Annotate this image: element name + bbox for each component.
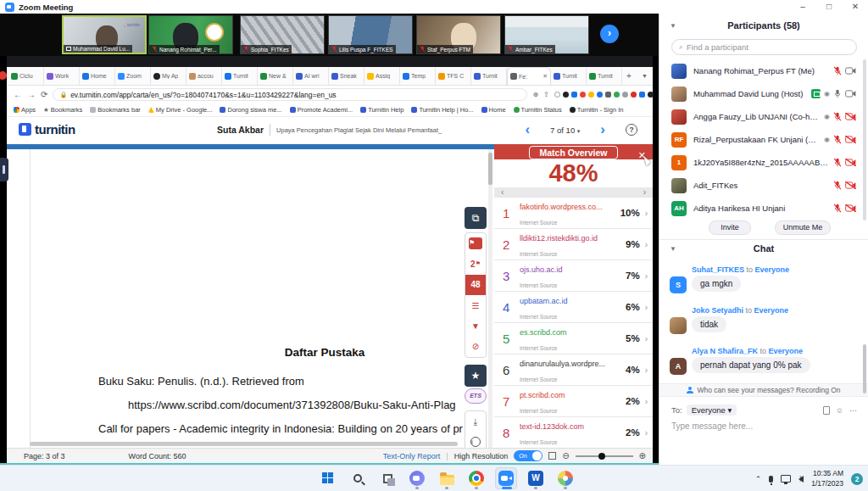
video-tile[interactable]: Nanang Rohimat_Per... xyxy=(148,15,233,54)
browser-tab[interactable]: Assig xyxy=(364,67,400,85)
bookmark-item[interactable]: Turnitin Help | Ho... xyxy=(411,106,473,114)
browser-tab[interactable]: Turnit xyxy=(471,67,507,85)
source-row[interactable]: 2lldikti12.ristekdikti.go.idInternet Sou… xyxy=(494,228,653,259)
browser-tab[interactable]: Turnit xyxy=(222,67,258,85)
expand-source-icon[interactable]: › xyxy=(645,397,648,406)
tray-expand-icon[interactable]: ⌃ xyxy=(755,475,762,483)
emoji-icon[interactable]: ☺ xyxy=(836,406,843,415)
high-resolution-toggle[interactable]: On xyxy=(514,450,542,461)
participants-scrollbar[interactable] xyxy=(863,59,866,220)
zoom-slider[interactable] xyxy=(576,455,633,457)
participant-row[interactable]: Adit_FITKes xyxy=(659,174,868,197)
bookmark-item[interactable]: Home xyxy=(481,106,506,114)
video-tile[interactable]: Staf_Perpus FTM xyxy=(416,15,501,54)
browser-tab[interactable]: Temp xyxy=(400,67,436,85)
share-icon[interactable]: ⇪ xyxy=(543,91,549,98)
prev-icon[interactable]: ‹ xyxy=(501,187,504,197)
bookmark-item[interactable]: Turnitin - Sign In xyxy=(570,106,624,114)
sidebar-collapse-handle[interactable] xyxy=(0,158,8,181)
close-button[interactable]: ✕ xyxy=(843,0,868,14)
video-tile[interactable]: Sophia_FITKes xyxy=(240,15,325,54)
prev-page-icon[interactable]: ‹ xyxy=(525,121,530,138)
excluded-sources-tool[interactable]: ⊘ xyxy=(465,337,486,357)
bookmark-item[interactable]: Promote Academi... xyxy=(290,106,353,114)
scrollbar-thumb[interactable] xyxy=(488,153,492,185)
browser-tab[interactable]: Home xyxy=(80,67,115,85)
video-tile[interactable]: Ambar_FITKes xyxy=(504,15,589,54)
horizontal-scrollbar[interactable] xyxy=(30,442,458,446)
video-tile[interactable]: Lilis Puspa F_FITKES xyxy=(328,15,413,54)
participant-search[interactable]: ⌕ xyxy=(671,39,857,55)
bookmark-item[interactable]: My Drive - Google... xyxy=(148,106,213,114)
invite-button[interactable]: Invite xyxy=(709,220,751,235)
notification-badge[interactable]: 2 xyxy=(851,473,863,485)
word-button[interactable]: W xyxy=(525,467,547,489)
zoom-page-icon[interactable]: ⊕ xyxy=(532,91,538,98)
browser-tab[interactable]: Sneak xyxy=(329,67,364,85)
source-row[interactable]: 5es.scribd.comInternet Source5%› xyxy=(494,322,653,354)
chat-privacy-footer[interactable]: Who can see your messages? Recording On xyxy=(659,383,868,397)
flags-count-tool[interactable]: 2⚑ xyxy=(465,254,486,274)
bookmark-item[interactable]: Turnitin Status xyxy=(514,106,562,114)
download-button[interactable]: ⤓ xyxy=(465,411,486,432)
source-row[interactable]: 4upbatam.ac.idInternet Source6%› xyxy=(494,291,653,322)
maximize-button[interactable]: □ xyxy=(816,0,842,14)
clock[interactable]: 10:35 AM1/17/2023 xyxy=(811,469,843,488)
url-omnibox[interactable]: 🔒 ev.turnitin.com/app/carta/en_us/?o=180… xyxy=(53,88,527,101)
bookmark-item[interactable]: Bookmarks bar xyxy=(90,106,140,114)
reload-icon[interactable]: ⟳ xyxy=(41,90,47,99)
browser-tab-active[interactable]: Fe:✕ xyxy=(507,67,551,85)
zoom-out-icon[interactable]: ⊖ xyxy=(562,451,569,460)
participant-row[interactable]: RF Rizal_Perpustakaan FK Unjani (Co-host… xyxy=(659,128,868,151)
expand-source-icon[interactable]: › xyxy=(645,240,648,249)
filter-tool[interactable]: ▼ xyxy=(465,315,486,336)
paint-button[interactable] xyxy=(554,467,576,489)
start-button[interactable] xyxy=(317,467,339,489)
participant-row[interactable]: Muhammad David Lung (Host) ◉ xyxy=(659,82,868,105)
source-row[interactable]: 6dinanurulaulya.wordpre...Internet Sourc… xyxy=(494,354,653,385)
tab-close-icon[interactable]: ✕ xyxy=(542,73,548,80)
teams-chat-button[interactable] xyxy=(406,467,428,489)
fullscreen-icon[interactable] xyxy=(548,452,556,460)
task-view-button[interactable] xyxy=(376,467,398,489)
expand-source-icon[interactable]: › xyxy=(645,365,648,375)
browser-tab[interactable]: AI wri xyxy=(293,67,329,85)
participant-row[interactable]: 1 1kJ20Ya5I88er4zNz_2015AAAAABFBbmRyb... xyxy=(659,151,868,174)
vertical-scrollbar[interactable] xyxy=(488,149,492,448)
source-row[interactable]: 8text-id.123dok.comInternet Source2%› xyxy=(494,416,653,448)
minimize-button[interactable]: – xyxy=(790,0,815,14)
expand-source-icon[interactable]: › xyxy=(645,428,648,438)
tray-speaker-icon[interactable] xyxy=(798,476,804,483)
video-tile[interactable]: ⌞ turnitin Muhammad David Lu... xyxy=(62,15,147,54)
unmute-me-button[interactable]: Unmute Me xyxy=(775,220,831,235)
source-row[interactable]: 3ojs.uho.ac.idInternet Source7%› xyxy=(494,259,653,291)
erater-tool[interactable]: ★ xyxy=(465,365,487,387)
bookmark-item[interactable]: Dorong siswa me... xyxy=(220,106,281,114)
page-selector[interactable]: 7 of 10 ▾ xyxy=(550,126,580,135)
file-explorer-button[interactable] xyxy=(436,467,458,489)
expand-source-icon[interactable]: › xyxy=(645,209,648,218)
help-icon[interactable]: ? xyxy=(626,124,637,136)
extension-icons[interactable] xyxy=(554,92,654,98)
document-viewer[interactable]: Daftar Pustaka Buku Saku: Penulis. (n.d.… xyxy=(7,149,463,448)
browser-tab[interactable]: Turnit xyxy=(587,67,622,85)
source-row[interactable]: 1fakotinfo.wordpress.co...Internet Sourc… xyxy=(494,197,653,228)
browser-tab[interactable]: Zoom xyxy=(115,67,151,85)
attach-file-icon[interactable] xyxy=(823,406,830,415)
forward-icon[interactable]: → xyxy=(27,90,36,99)
next-icon[interactable]: › xyxy=(643,187,646,197)
tab-overflow-chevron-icon[interactable]: ▼ xyxy=(642,73,648,79)
next-page-icon[interactable]: › xyxy=(600,121,605,138)
flag-tool[interactable]: ⚑ xyxy=(465,233,486,254)
browser-tab[interactable]: My Ap xyxy=(151,67,186,85)
search-input[interactable] xyxy=(687,42,831,52)
browser-tab[interactable]: Work xyxy=(44,67,80,85)
similarity-score-tool[interactable]: 48 xyxy=(465,275,486,295)
more-options-icon[interactable]: ⋯ xyxy=(849,406,857,415)
new-tab-button[interactable]: + xyxy=(622,71,636,81)
expand-source-icon[interactable]: › xyxy=(645,334,648,343)
ets-badge[interactable]: ETS xyxy=(465,388,487,404)
browser-tab[interactable]: Turnit xyxy=(551,67,587,85)
source-row[interactable]: 7pt.scribd.comInternet Source2%› xyxy=(494,385,653,416)
layers-tool[interactable]: ⧉ xyxy=(465,207,487,229)
